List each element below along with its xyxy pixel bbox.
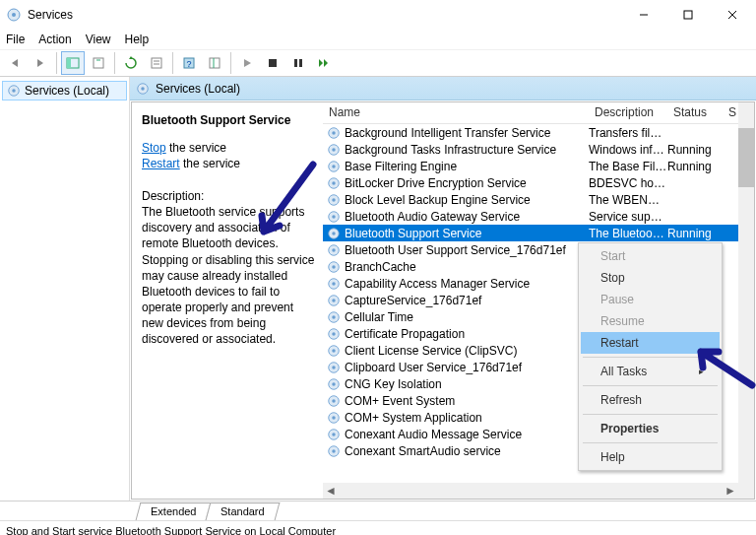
column-status[interactable]: Status [667,102,723,123]
service-row[interactable]: Block Level Backup Engine ServiceThe WBE… [323,191,754,208]
svg-point-29 [332,165,336,168]
column-desc[interactable]: Description [589,102,667,123]
svg-rect-3 [684,11,692,19]
svg-point-55 [332,382,336,386]
ctx-help[interactable]: Help [581,446,720,468]
service-row[interactable]: Base Filtering EngineThe Base Filt…Runni… [323,158,754,174]
gear-icon [327,411,341,425]
svg-point-51 [332,349,336,353]
gear-icon [327,126,341,140]
gear-icon [7,84,21,98]
svg-point-25 [332,131,336,135]
restart-link[interactable]: Restart [142,157,180,170]
selected-service-name: Bluetooth Support Service [142,112,315,128]
tab-extended[interactable]: Extended [136,502,212,520]
restart-service-button[interactable] [312,51,336,75]
detail-header-title: Services (Local) [156,82,240,96]
svg-point-21 [12,89,16,93]
svg-point-49 [332,332,336,336]
svg-point-63 [332,449,336,453]
column-name[interactable]: Name [323,102,589,123]
tab-standard[interactable]: Standard [206,502,280,520]
back-button[interactable] [3,51,27,75]
svg-point-57 [332,399,336,403]
refresh-button[interactable] [119,51,143,75]
column-startup[interactable]: S [723,102,735,123]
svg-point-33 [332,198,336,202]
gear-icon [327,310,341,324]
menu-help[interactable]: Help [125,33,150,46]
scroll-left[interactable]: ◄ [323,483,339,499]
vertical-scrollbar[interactable] [738,102,754,499]
gear-icon [327,444,341,458]
gear-icon [327,377,341,391]
gear-icon [327,344,341,358]
svg-point-31 [332,181,336,185]
svg-text:?: ? [186,59,191,69]
help-button[interactable]: ? [177,51,201,75]
scroll-right[interactable]: ► [723,483,738,499]
detail-pane: Services (Local) Bluetooth Support Servi… [130,77,756,501]
titlebar: Services [0,0,756,30]
menu-action[interactable]: Action [38,33,71,46]
close-button[interactable] [710,1,754,29]
gear-icon [327,176,341,190]
menubar: File Action View Help [0,30,756,49]
gear-icon [327,361,341,374]
tree-pane: Services (Local) [0,77,130,501]
gear-icon [327,428,341,441]
svg-rect-18 [294,59,297,67]
svg-point-47 [332,315,336,319]
ctx-stop[interactable]: Stop [581,267,720,289]
ctx-properties[interactable]: Properties [581,418,720,439]
pause-service-button[interactable] [286,51,310,75]
gear-icon [327,227,341,240]
svg-rect-19 [299,59,302,67]
svg-point-23 [141,87,145,91]
svg-point-35 [332,215,336,219]
minimize-button[interactable] [621,1,665,29]
gear-icon [327,210,341,224]
annotation-arrow-icon [691,344,756,393]
gear-icon [327,193,341,207]
maximize-button[interactable] [665,1,710,29]
gear-icon [136,82,150,96]
tree-item-services-local[interactable]: Services (Local) [2,81,127,100]
service-row[interactable]: Bluetooth Audio Gateway ServiceService s… [323,208,754,225]
svg-rect-7 [67,58,71,68]
svg-point-43 [332,282,336,286]
window-buttons [621,1,754,29]
ctx-pause: Pause [581,289,720,310]
menu-view[interactable]: View [86,33,111,46]
column-headers: Name Description Status S [323,102,754,124]
stop-service-button[interactable] [261,51,284,75]
svg-rect-10 [152,58,161,68]
start-service-button[interactable] [235,51,259,75]
export-list-button[interactable] [87,51,110,75]
properties-button[interactable] [145,51,168,75]
scroll-thumb[interactable] [738,128,754,187]
svg-rect-17 [269,59,277,67]
svg-point-45 [332,299,336,302]
gear-icon [327,260,341,274]
service-row[interactable]: Bluetooth Support ServiceThe Bluetoo…Run… [323,225,754,241]
services-app-icon [6,7,22,23]
svg-point-41 [332,265,336,269]
svg-point-53 [332,366,336,369]
tree-item-label: Services (Local) [25,84,109,98]
svg-rect-15 [210,58,220,68]
forward-button[interactable] [29,51,52,75]
window-title: Services [28,8,621,22]
service-row[interactable]: BitLocker Drive Encryption ServiceBDESVC… [323,174,754,191]
horizontal-scrollbar[interactable]: ◄ ► [323,483,738,499]
ctx-resume: Resume [581,310,720,332]
gear-icon [327,394,341,408]
gear-icon [327,327,341,341]
service-row[interactable]: Background Tasks Infrastructure ServiceW… [323,141,754,158]
service-row[interactable]: Background Intelligent Transfer ServiceT… [323,124,754,141]
menu-file[interactable]: File [6,33,25,46]
show-hide-tree-button[interactable] [61,51,85,75]
stop-link[interactable]: Stop [142,141,166,155]
annotation-arrow-icon [252,161,321,249]
select-columns-button[interactable] [203,51,226,75]
